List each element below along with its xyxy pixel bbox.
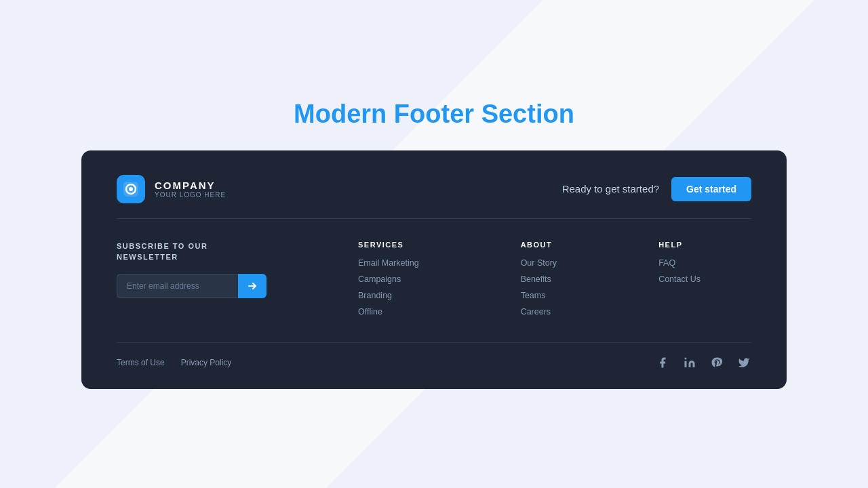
footer-card: COMPANY YOUR LOGO HERE Ready to get star… — [81, 150, 787, 389]
linkedin-icon[interactable] — [682, 355, 697, 370]
logo-name: COMPANY — [155, 180, 226, 191]
terms-of-use-link[interactable]: Terms of Use — [117, 358, 165, 367]
footer-top: COMPANY YOUR LOGO HERE Ready to get star… — [117, 175, 751, 219]
link-contact-us[interactable]: Contact Us — [658, 274, 701, 284]
link-branding[interactable]: Branding — [358, 291, 419, 300]
newsletter-section: SUBSCRIBE TO OUR NEWSLETTER — [117, 241, 294, 323]
footer-bottom: Terms of Use Privacy Policy — [117, 342, 751, 370]
help-column-title: HELP — [658, 241, 701, 249]
svg-point-2 — [129, 187, 133, 191]
page-title: Modern Footer Section — [294, 100, 574, 129]
link-offline[interactable]: Offline — [358, 307, 419, 317]
logo-area: COMPANY YOUR LOGO HERE — [117, 175, 226, 203]
pinterest-icon[interactable] — [709, 355, 724, 370]
svg-point-4 — [685, 357, 687, 359]
logo-icon — [117, 175, 145, 203]
link-teams[interactable]: Teams — [521, 291, 557, 300]
services-column: SERVICES Email Marketing Campaigns Brand… — [358, 241, 419, 323]
help-column: HELP FAQ Contact Us — [658, 241, 701, 323]
logo-text: COMPANY YOUR LOGO HERE — [155, 180, 226, 199]
cta-text: Ready to get started? — [562, 183, 659, 195]
cta-area: Ready to get started? Get started — [562, 177, 751, 201]
svg-rect-3 — [685, 361, 687, 367]
newsletter-title: SUBSCRIBE TO OUR NEWSLETTER — [117, 241, 267, 263]
twitter-icon[interactable] — [736, 355, 751, 370]
link-careers[interactable]: Careers — [521, 307, 557, 317]
about-column: ABOUT Our Story Benefits Teams Careers — [521, 241, 557, 323]
link-campaigns[interactable]: Campaigns — [358, 274, 419, 284]
social-icons — [655, 355, 751, 370]
email-input[interactable] — [117, 274, 238, 298]
email-form — [117, 274, 267, 298]
link-faq[interactable]: FAQ — [658, 258, 701, 268]
facebook-icon[interactable] — [655, 355, 670, 370]
links-section: SERVICES Email Marketing Campaigns Brand… — [294, 241, 751, 323]
link-benefits[interactable]: Benefits — [521, 274, 557, 284]
get-started-button[interactable]: Get started — [671, 177, 751, 201]
legal-links: Terms of Use Privacy Policy — [117, 358, 231, 367]
arrow-right-icon — [248, 281, 257, 291]
link-email-marketing[interactable]: Email Marketing — [358, 258, 419, 268]
about-column-title: ABOUT — [521, 241, 557, 249]
privacy-policy-link[interactable]: Privacy Policy — [181, 358, 232, 367]
services-column-title: SERVICES — [358, 241, 419, 249]
footer-main: SUBSCRIBE TO OUR NEWSLETTER SERVICES Ema… — [117, 241, 751, 323]
logo-tagline: YOUR LOGO HERE — [155, 191, 226, 199]
link-our-story[interactable]: Our Story — [521, 258, 557, 268]
email-submit-button[interactable] — [238, 274, 267, 298]
